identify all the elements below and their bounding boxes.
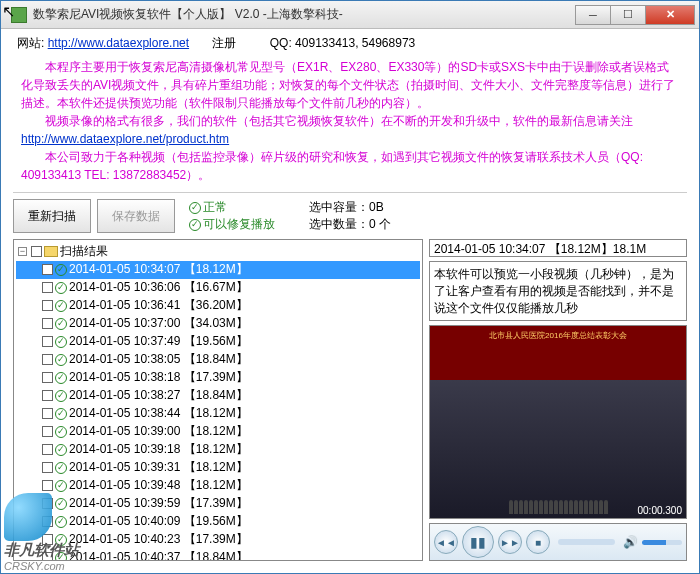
checkbox[interactable] bbox=[42, 426, 53, 437]
check-icon bbox=[55, 462, 67, 474]
play-button[interactable]: ▮▮ bbox=[462, 526, 494, 558]
tree-item[interactable]: 2014-01-05 10:37:49 【19.56M】 bbox=[16, 333, 420, 351]
video-timer: 00:00.300 bbox=[638, 505, 683, 516]
checkbox[interactable] bbox=[42, 390, 53, 401]
qq-info: QQ: 409133413, 54968973 bbox=[270, 36, 415, 50]
tree-item-label: 2014-01-05 10:39:31 【18.12M】 bbox=[69, 459, 248, 476]
tree-item[interactable]: 2014-01-05 10:38:18 【17.39M】 bbox=[16, 369, 420, 387]
tree-item-label: 2014-01-05 10:40:09 【19.56M】 bbox=[69, 513, 248, 530]
tree-item[interactable]: 2014-01-05 10:38:27 【18.84M】 bbox=[16, 387, 420, 405]
check-icon bbox=[55, 282, 67, 294]
watermark: 非凡软件站CRSKY.com bbox=[4, 493, 79, 572]
tree-item-label: 2014-01-05 10:38:18 【17.39M】 bbox=[69, 369, 248, 386]
legend: 正常 可以修复播放 bbox=[189, 199, 275, 233]
tree-item[interactable]: 2014-01-05 10:38:44 【18.12M】 bbox=[16, 405, 420, 423]
register-link[interactable]: 注册 bbox=[212, 36, 236, 50]
checkbox[interactable] bbox=[42, 372, 53, 383]
tree-item[interactable]: 2014-01-05 10:39:00 【18.12M】 bbox=[16, 423, 420, 441]
maximize-button[interactable]: ☐ bbox=[610, 5, 646, 25]
tree-root-label: 扫描结果 bbox=[60, 243, 108, 260]
checkbox[interactable] bbox=[42, 300, 53, 311]
check-icon bbox=[55, 426, 67, 438]
tree-item-label: 2014-01-05 10:36:41 【36.20M】 bbox=[69, 297, 248, 314]
check-icon bbox=[55, 354, 67, 366]
check-icon bbox=[55, 390, 67, 402]
prev-button[interactable]: ◄◄ bbox=[434, 530, 458, 554]
player-controls: ◄◄ ▮▮ ►► ■ 🔊 bbox=[429, 523, 687, 561]
collapse-icon[interactable]: − bbox=[18, 247, 27, 256]
minimize-button[interactable]: ─ bbox=[575, 5, 611, 25]
checkbox[interactable] bbox=[42, 318, 53, 329]
file-info: 2014-01-05 10:34:07 【18.12M】18.1M bbox=[429, 239, 687, 257]
tree-item-label: 2014-01-05 10:34:07 【18.12M】 bbox=[69, 261, 248, 278]
checkbox[interactable] bbox=[42, 264, 53, 275]
app-icon bbox=[11, 7, 27, 23]
rescan-button[interactable]: 重新扫描 bbox=[13, 199, 91, 233]
checkbox[interactable] bbox=[42, 408, 53, 419]
tree-item-label: 2014-01-05 10:39:59 【17.39M】 bbox=[69, 495, 248, 512]
close-button[interactable]: ✕ bbox=[645, 5, 695, 25]
tree-item-label: 2014-01-05 10:39:48 【18.12M】 bbox=[69, 477, 248, 494]
speaker-icon[interactable]: 🔊 bbox=[623, 535, 638, 549]
tree-item-label: 2014-01-05 10:39:00 【18.12M】 bbox=[69, 423, 248, 440]
check-icon bbox=[55, 444, 67, 456]
check-icon bbox=[55, 408, 67, 420]
check-icon bbox=[55, 336, 67, 348]
seek-bar[interactable] bbox=[558, 539, 615, 545]
check-icon bbox=[55, 300, 67, 312]
tree-item[interactable]: 2014-01-05 10:37:00 【34.03M】 bbox=[16, 315, 420, 333]
tree-item-label: 2014-01-05 10:36:06 【16.67M】 bbox=[69, 279, 248, 296]
folder-icon bbox=[44, 246, 58, 257]
tree-item[interactable]: 2014-01-05 10:39:31 【18.12M】 bbox=[16, 459, 420, 477]
site-label: 网站: bbox=[17, 36, 48, 50]
tree-item[interactable]: 2014-01-05 10:36:06 【16.67M】 bbox=[16, 279, 420, 297]
checkbox[interactable] bbox=[42, 462, 53, 473]
checkbox[interactable] bbox=[42, 480, 53, 491]
tree-item-label: 2014-01-05 10:38:05 【18.84M】 bbox=[69, 351, 248, 368]
next-button[interactable]: ►► bbox=[498, 530, 522, 554]
checkbox[interactable] bbox=[42, 444, 53, 455]
checkbox[interactable] bbox=[42, 354, 53, 365]
check-icon bbox=[55, 318, 67, 330]
tree-item[interactable]: 2014-01-05 10:38:05 【18.84M】 bbox=[16, 351, 420, 369]
tree-item-label: 2014-01-05 10:40:37 【18.84M】 bbox=[69, 549, 248, 561]
check-icon bbox=[189, 202, 201, 214]
tree-item[interactable]: 2014-01-05 10:34:07 【18.12M】 bbox=[16, 261, 420, 279]
tree-item[interactable]: 2014-01-05 10:36:41 【36.20M】 bbox=[16, 297, 420, 315]
tree-item-label: 2014-01-05 10:39:18 【18.12M】 bbox=[69, 441, 248, 458]
tree-item-label: 2014-01-05 10:38:44 【18.12M】 bbox=[69, 405, 248, 422]
volume-bar[interactable] bbox=[642, 540, 682, 545]
product-link[interactable]: http://www.dataexplore.net/product.htm bbox=[21, 132, 229, 146]
checkbox[interactable] bbox=[31, 246, 42, 257]
tree-item[interactable]: 2014-01-05 10:39:18 【18.12M】 bbox=[16, 441, 420, 459]
tree-item-label: 2014-01-05 10:37:49 【19.56M】 bbox=[69, 333, 248, 350]
preview-note: 本软件可以预览一小段视频（几秒钟），是为了让客户查看有用的视频是否能找到，并不是… bbox=[429, 261, 687, 321]
site-link[interactable]: http://www.dataexplore.net bbox=[48, 36, 189, 50]
save-button[interactable]: 保存数据 bbox=[97, 199, 175, 233]
description: 本程序主要用于恢复索尼高清摄像机常见型号（EX1R、EX280、EX330等）的… bbox=[7, 54, 693, 190]
tree-item-label: 2014-01-05 10:37:00 【34.03M】 bbox=[69, 315, 248, 332]
check-icon bbox=[189, 219, 201, 231]
checkbox[interactable] bbox=[42, 336, 53, 347]
stop-button[interactable]: ■ bbox=[526, 530, 550, 554]
check-icon bbox=[55, 480, 67, 492]
window-title: 数擎索尼AVI视频恢复软件【个人版】 V2.0 -上海数擎科技- bbox=[33, 6, 576, 23]
video-preview[interactable]: 北市县人民医院2016年度总结表彰大会 00:00.300 bbox=[429, 325, 687, 519]
tree-item-label: 2014-01-05 10:40:23 【17.39M】 bbox=[69, 531, 248, 548]
check-icon bbox=[55, 372, 67, 384]
checkbox[interactable] bbox=[42, 282, 53, 293]
tree-item-label: 2014-01-05 10:38:27 【18.84M】 bbox=[69, 387, 248, 404]
check-icon bbox=[55, 264, 67, 276]
selection-info: 选中容量：0B 选中数量：0 个 bbox=[309, 199, 391, 233]
